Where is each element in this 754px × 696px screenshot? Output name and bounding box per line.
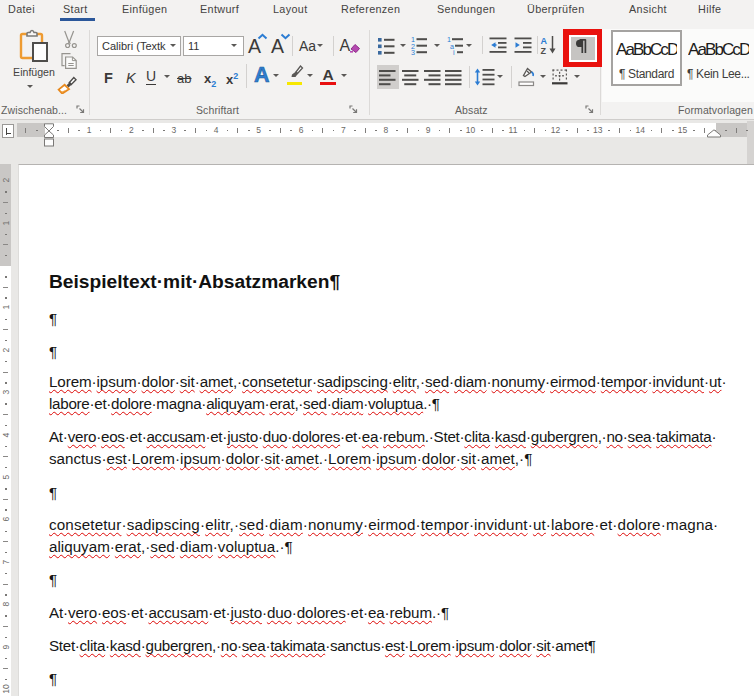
svg-text:A: A <box>541 36 548 46</box>
svg-text:i: i <box>453 48 455 55</box>
svg-text:Z: Z <box>541 46 547 56</box>
svg-text:3: 3 <box>411 48 415 55</box>
